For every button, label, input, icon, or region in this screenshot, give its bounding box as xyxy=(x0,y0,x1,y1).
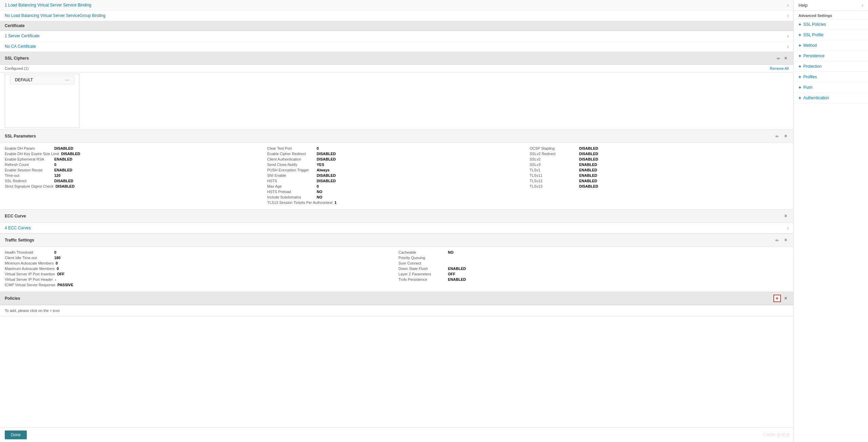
ssl-param-row: SSLv2DISABLED xyxy=(530,157,789,161)
ssl-ciphers-actions xyxy=(775,55,789,62)
service-binding-label: 1 Load Balancing Virtual Server Service … xyxy=(5,3,91,7)
cipher-default-item: DEFAULT — xyxy=(10,76,74,84)
ssl-param-row: Enable DH ParamDISABLED xyxy=(5,146,264,150)
policies-section: Policies + To add, please click on the +… xyxy=(0,292,793,316)
help-expand-icon[interactable]: › xyxy=(862,3,863,8)
ecc-curve-close-btn[interactable] xyxy=(783,212,789,220)
traffic-param-row: Down State FlushENABLED xyxy=(398,267,789,271)
ssl-params-col2: Clear Text Port0Enable Cipher RedirectDI… xyxy=(267,146,526,206)
right-panel: Help › Advanced Settings +SSL Policies+S… xyxy=(793,0,868,442)
configured-label: Configured (1) xyxy=(5,66,28,70)
ecc-curve-title: ECC Curve xyxy=(5,214,26,218)
traffic-param-row: Sure Connect xyxy=(398,261,789,265)
ssl-parameters-section: SSL Parameters Enable DH ParamDISABLEDEn… xyxy=(0,130,793,210)
ssl-parameters-close-btn[interactable] xyxy=(783,132,789,140)
traffic-col1: Health Threshold0Client Idle Time-out180… xyxy=(5,250,395,288)
ssl-param-row: TLSv12ENABLED xyxy=(530,179,789,183)
ssl-param-row: SSLv2 RedirectDISABLED xyxy=(530,152,789,156)
policies-add-note: To add, please click on the + icon xyxy=(0,305,793,316)
ecc-curves-row[interactable]: 4 ECC Curves › xyxy=(0,223,793,233)
cipher-list-box: DEFAULT — xyxy=(5,74,79,128)
remove-all-label[interactable]: Remove All xyxy=(770,66,789,70)
cipher-remove-icon: — xyxy=(65,78,69,82)
certificate-section: Certificate 1 Server Certificate › No CA… xyxy=(0,21,793,52)
done-bar: Done xyxy=(0,427,793,442)
ssl-param-row: Strict Signature Digest CheckDISABLED xyxy=(5,184,264,188)
right-panel-item-authentication[interactable]: +Authentication xyxy=(794,93,868,103)
policies-title: Policies xyxy=(5,296,20,301)
right-panel-help-row: Help › xyxy=(794,0,868,11)
server-cert-chevron: › xyxy=(787,33,789,39)
right-panel-item-ssl-profile[interactable]: +SSL Profile xyxy=(794,30,868,40)
done-button[interactable]: Done xyxy=(5,430,27,439)
ssl-param-row: HSTSDISABLED xyxy=(267,179,526,183)
traffic-settings-actions xyxy=(774,236,789,244)
traffic-param-row: Client Idle Time-out180 xyxy=(5,256,395,260)
ssl-param-row: Enable Session ReuseENABLED xyxy=(5,168,264,172)
policies-actions: + xyxy=(773,295,789,302)
service-binding-chevron: › xyxy=(787,2,789,8)
ssl-param-row: Max Age0 xyxy=(267,184,526,188)
traffic-param-row: Virtual Server IP Port InsertionOFF xyxy=(5,272,395,276)
ecc-curve-section: ECC Curve 4 ECC Curves › xyxy=(0,210,793,234)
traffic-param-row: Virtual Server IP Port Header- xyxy=(5,277,395,281)
traffic-param-row: CacheableNO xyxy=(398,250,789,254)
right-panel-item-ssl-policies[interactable]: +SSL Policies xyxy=(794,19,868,30)
ssl-param-row: SSLv3ENABLED xyxy=(530,163,789,167)
servicegroup-binding-chevron: › xyxy=(787,13,789,18)
ssl-ciphers-close-btn[interactable] xyxy=(783,55,789,62)
ssl-param-row: Include SubdomainsNO xyxy=(267,195,526,199)
ssl-param-row: TLSv11ENABLED xyxy=(530,173,789,177)
right-panel-item-protection[interactable]: +Protection xyxy=(794,61,868,72)
traffic-settings-close-btn[interactable] xyxy=(783,236,789,244)
traffic-param-row: Health Threshold0 xyxy=(5,250,395,254)
ssl-parameters-edit-btn[interactable] xyxy=(774,133,780,140)
traffic-param-row: Maximum Autoscale Members0 xyxy=(5,267,395,271)
server-cert-label: 1 Server Certificate xyxy=(5,34,40,38)
ssl-param-row: Enable DH Key Expire Size LimitDISABLED xyxy=(5,152,264,156)
ssl-param-row: Enable Ephemeral RSAENABLED xyxy=(5,157,264,161)
ssl-params-col3: OCSP StaplingDISABLEDSSLv2 RedirectDISAB… xyxy=(530,146,789,206)
ssl-param-row: TLSv1ENABLED xyxy=(530,168,789,172)
right-panel-item-push[interactable]: +Push xyxy=(794,82,868,93)
servicegroup-binding-row[interactable]: No Load Balancing Virtual Server Service… xyxy=(0,10,793,21)
server-cert-row[interactable]: 1 Server Certificate › xyxy=(0,31,793,41)
ca-cert-row[interactable]: No CA Certificate › xyxy=(0,41,793,52)
policies-header: Policies + xyxy=(0,292,793,305)
ssl-parameters-grid: Enable DH ParamDISABLEDEnable DH Key Exp… xyxy=(0,143,793,209)
traffic-param-row: Minimum Autoscale Members0 xyxy=(5,261,395,265)
ssl-param-row: Send Close-NotifyYES xyxy=(267,163,526,167)
ssl-ciphers-section: SSL Ciphers Configured (1) Remove All DE… xyxy=(0,52,793,130)
ssl-param-row: SSL RedirectDISABLED xyxy=(5,179,264,183)
ecc-curve-header: ECC Curve xyxy=(0,210,793,223)
ssl-ciphers-edit-btn[interactable] xyxy=(775,55,782,62)
policies-close-btn[interactable] xyxy=(783,295,789,302)
ssl-parameters-header: SSL Parameters xyxy=(0,130,793,143)
ssl-param-row: TLSv13DISABLED xyxy=(530,184,789,188)
ssl-param-row: OCSP StaplingDISABLED xyxy=(530,146,789,150)
ssl-param-row: Client AuthenticationDISABLED xyxy=(267,157,526,161)
ssl-params-col1: Enable DH ParamDISABLEDEnable DH Key Exp… xyxy=(5,146,264,206)
traffic-settings-title: Traffic Settings xyxy=(5,238,34,243)
traffic-settings-edit-btn[interactable] xyxy=(774,237,780,244)
service-binding-row[interactable]: 1 Load Balancing Virtual Server Service … xyxy=(0,0,793,10)
cipher-table-header: Configured (1) Remove All xyxy=(0,65,793,72)
ecc-chevron: › xyxy=(787,225,789,231)
right-panel-item-method[interactable]: +Method xyxy=(794,40,868,51)
help-label: Help xyxy=(798,3,808,8)
ssl-param-row: Enable Cipher RedirectDISABLED xyxy=(267,152,526,156)
certificate-header: Certificate xyxy=(0,21,793,31)
policies-add-btn[interactable]: + xyxy=(773,295,781,302)
ssl-ciphers-title: SSL Ciphers xyxy=(5,56,29,61)
ssl-param-row: HSTS PreloadNO xyxy=(267,190,526,194)
traffic-param-row: Trofs PersistenceENABLED xyxy=(398,277,789,281)
traffic-col2: CacheableNOPriority QueuingSure ConnectD… xyxy=(398,250,789,288)
ssl-param-row: SNI EnableDISABLED xyxy=(267,173,526,177)
traffic-settings-section: Traffic Settings Health Threshold0Client… xyxy=(0,234,793,292)
ssl-param-row: TLS13 Session Tickets Per Authcontext1 xyxy=(267,201,526,205)
right-panel-items: +SSL Policies+SSL Profile+Method+Persist… xyxy=(794,19,868,103)
right-panel-item-persistence[interactable]: +Persistence xyxy=(794,51,868,61)
ssl-parameters-actions xyxy=(774,132,789,140)
cipher-default-label: DEFAULT xyxy=(15,78,33,82)
right-panel-item-profiles[interactable]: +Profiles xyxy=(794,72,868,82)
